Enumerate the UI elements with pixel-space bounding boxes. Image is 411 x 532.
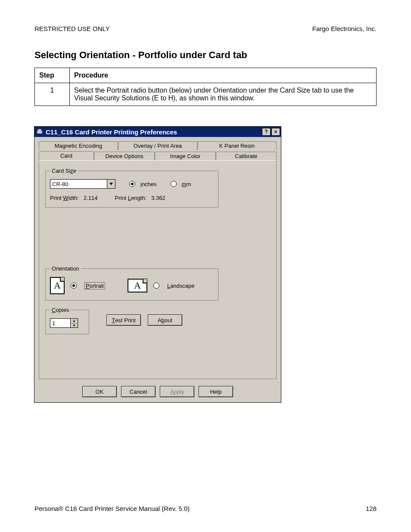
tab-k-panel-resin[interactable]: K Panel Resin [197,141,277,150]
help-button[interactable]: ? [262,128,271,136]
step-text: Select the Portrait radio button (below)… [70,83,377,106]
svg-marker-3 [109,183,113,185]
about-button[interactable]: About [148,314,182,326]
print-width: Print Width: 2.114 [50,195,98,201]
print-length-value: 3.362 [151,195,165,201]
col-step: Step [35,68,70,83]
tab-device-options[interactable]: Device Options [94,152,155,160]
copies-input[interactable] [50,318,71,328]
tab-calibrate[interactable]: Calibrate [216,152,277,160]
spin-up-icon[interactable]: ▲ [71,319,78,324]
orientation-group: Orientation A Portrait A Landscape [45,265,218,301]
spin-down-icon[interactable]: ▼ [71,324,78,328]
svg-rect-1 [38,129,41,131]
orientation-legend: Orientation [50,265,81,272]
tab-overlay-print-area[interactable]: Overlay / Print Area [118,141,197,150]
radio-mm[interactable] [171,181,177,187]
svg-point-2 [41,131,42,132]
label-portrait: Portrait [84,282,105,289]
copies-group: Copies ▲ ▼ [45,307,89,334]
close-button[interactable]: × [271,128,280,136]
page-title: Selecting Orientation - Portfolio under … [34,50,377,61]
tab-card[interactable]: Card [39,151,94,160]
printing-preferences-dialog: C11_C16 Card Printer Printing Preference… [34,127,281,402]
radio-inches[interactable] [129,181,135,187]
card-size-value: CR-80 [50,181,107,187]
tab-magnetic-encoding[interactable]: Magnetic Encoding [39,141,118,150]
col-procedure: Procedure [70,68,377,83]
procedure-table: Step Procedure 1 Select the Portrait rad… [34,68,377,106]
tab-panel-card: Card Size CR-80 inches mm [39,160,277,379]
copies-legend: Copies [50,307,71,313]
print-width-value: 2.114 [84,195,98,201]
printer-icon [36,128,43,135]
dialog-title: C11_C16 Card Printer Printing Preference… [46,128,177,136]
table-row: 1 Select the Portrait radio button (belo… [35,83,377,106]
header-left: RESTRICTED USE ONLY [34,25,110,32]
label-inches: inches [140,181,157,187]
portrait-icon: A [50,277,65,294]
dropdown-arrow-icon[interactable] [107,180,115,188]
card-size-group: Card Size CR-80 inches mm [45,168,218,208]
label-landscape: Landscape [167,283,195,289]
apply-button[interactable]: Apply [160,386,194,397]
cancel-button[interactable]: Cancel [121,386,156,397]
step-number: 1 [35,83,70,106]
tab-image-color[interactable]: Image Color [155,152,215,160]
titlebar[interactable]: C11_C16 Card Printer Printing Preference… [34,127,281,137]
radio-landscape[interactable] [153,283,159,289]
landscape-icon: A [128,279,147,292]
print-length: Print Length: 3.362 [115,195,165,201]
card-size-select[interactable]: CR-80 [50,179,115,189]
footer-page-number: 128 [366,505,377,512]
header-right: Fargo Electronics, Inc. [312,25,377,32]
card-size-legend: Card Size [50,168,78,174]
label-mm: mm [182,181,191,187]
ok-button[interactable]: OK [82,386,117,397]
radio-portrait[interactable] [71,283,77,289]
footer-left: Persona® C16 Card Printer Service Manual… [34,505,190,512]
help-button-footer[interactable]: Help [199,386,233,397]
copies-spinner[interactable]: ▲ ▼ [50,318,74,328]
test-print-button[interactable]: Test Print [106,314,141,326]
